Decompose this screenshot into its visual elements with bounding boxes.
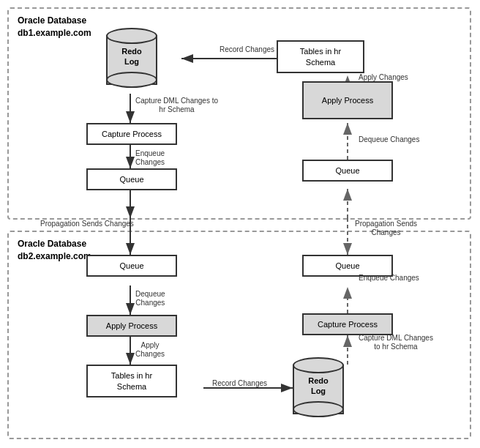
- label-capture-dml-right: Capture DML Changes to hr Schema: [359, 334, 433, 351]
- db1-tables-hr: Tables in hrSchema: [277, 40, 364, 73]
- db1-redo-log-label: Redo: [106, 46, 157, 56]
- db2-redo-log-label2: Log: [293, 386, 344, 396]
- db2-capture-process: Capture Process: [302, 313, 393, 335]
- db1-section: Oracle Database db1.example.com: [7, 7, 471, 220]
- diagram-container: Oracle Database db1.example.com Oracle D…: [0, 0, 480, 448]
- label-propagation-left: Propagation Sends Changes: [40, 220, 134, 228]
- db2-tables-hr: Tables in hrSchema: [86, 365, 177, 397]
- db1-queue-left: Queue: [86, 168, 177, 190]
- label-record-changes-top: Record Changes: [220, 45, 274, 54]
- label-capture-dml: Capture DML Changes to hr Schema: [135, 97, 218, 114]
- db2-redo-log: Redo Log: [293, 357, 344, 416]
- label-dequeue-changes-right: Dequeue Changes: [359, 135, 419, 144]
- label-enqueue-changes: Enqueue Changes: [135, 149, 165, 167]
- label-propagation-right: Propagation Sends Changes: [355, 220, 417, 237]
- label-apply-changes-top: Apply Changes: [359, 73, 408, 82]
- db1-apply-process: Apply Process: [302, 81, 393, 119]
- db1-label: Oracle Database db1.example.com: [18, 15, 91, 40]
- label-record-changes-bottom: Record Changes: [212, 379, 267, 388]
- label-enqueue-changes-right: Enqueue Changes: [359, 274, 419, 283]
- db1-redo-log: Redo Log: [106, 28, 157, 86]
- label-dequeue-changes-left: Dequeue Changes: [135, 290, 165, 307]
- db2-redo-log-label: Redo: [293, 376, 344, 386]
- label-apply-changes-bottom: Apply Changes: [135, 341, 165, 359]
- db1-redo-log-label2: Log: [106, 56, 157, 67]
- db1-capture-process: Capture Process: [86, 123, 177, 145]
- db2-queue-left: Queue: [86, 255, 177, 277]
- db2-label: Oracle Database db2.example.com: [18, 238, 91, 263]
- db1-queue-right: Queue: [302, 160, 393, 182]
- db2-apply-process: Apply Process: [86, 315, 177, 337]
